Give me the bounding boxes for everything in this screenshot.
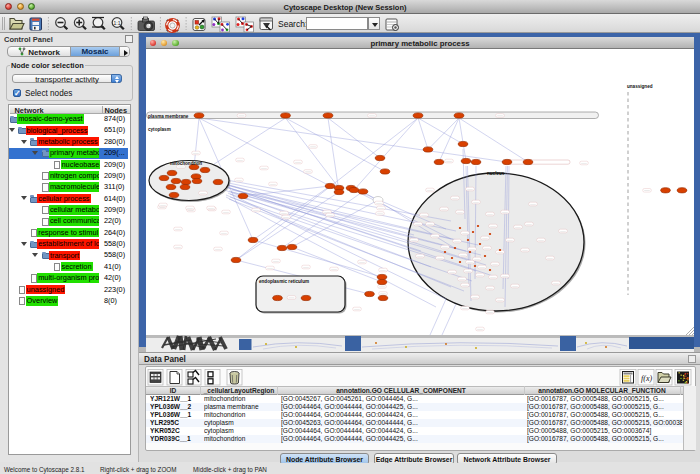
svg-text:nucleus: nucleus bbox=[487, 171, 505, 176]
svg-text:plasma membrane: plasma membrane bbox=[148, 114, 189, 119]
svg-text:f(x): f(x) bbox=[641, 374, 652, 383]
svg-text:mitochondrion: mitochondrion bbox=[170, 161, 202, 166]
svg-text:cytoplasm: cytoplasm bbox=[148, 127, 171, 132]
svg-text:1:1: 1:1 bbox=[114, 20, 121, 26]
svg-text:unassigned: unassigned bbox=[627, 84, 653, 89]
svg-text:endoplasmic reticulum: endoplasmic reticulum bbox=[259, 279, 309, 284]
